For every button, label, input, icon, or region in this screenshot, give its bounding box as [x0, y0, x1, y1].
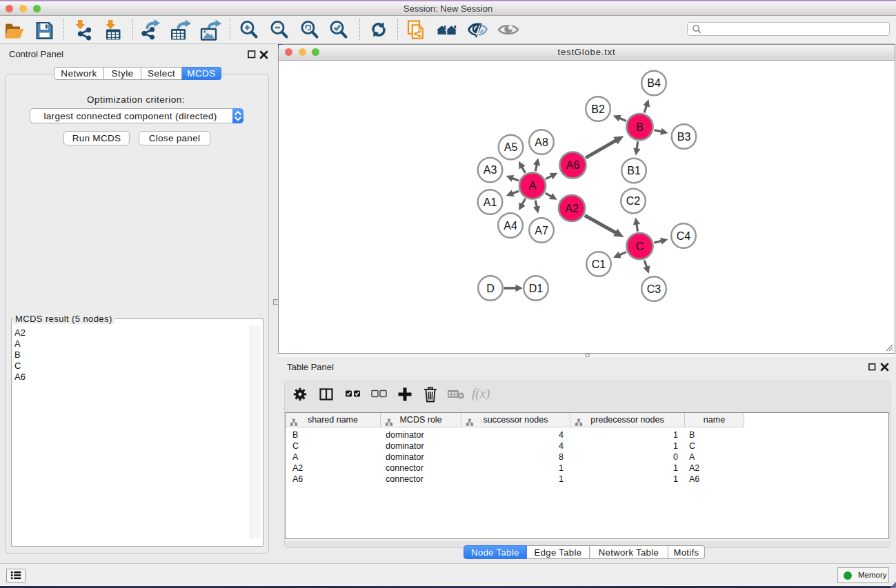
svg-text:C3: C3 — [646, 283, 661, 294]
svg-text:A: A — [528, 180, 536, 192]
svg-text:A1: A1 — [483, 196, 497, 207]
svg-text:C: C — [635, 240, 644, 252]
svg-text:B: B — [636, 121, 644, 132]
svg-text:A5: A5 — [504, 141, 517, 153]
svg-text:D1: D1 — [528, 282, 543, 294]
svg-text:D: D — [486, 282, 495, 294]
svg-text:C1: C1 — [591, 258, 606, 270]
svg-text:B3: B3 — [677, 130, 690, 142]
svg-text:A4: A4 — [504, 219, 517, 231]
svg-text:A2: A2 — [565, 202, 579, 214]
svg-text:A7: A7 — [535, 224, 548, 236]
svg-text:C2: C2 — [626, 195, 640, 207]
svg-text:C4: C4 — [676, 230, 690, 241]
svg-text:A8: A8 — [535, 136, 548, 148]
svg-text:B4: B4 — [647, 77, 661, 89]
svg-text:A3: A3 — [483, 164, 497, 176]
svg-text:B2: B2 — [591, 103, 605, 114]
svg-text:B1: B1 — [627, 165, 641, 176]
svg-text:A6: A6 — [566, 159, 579, 171]
